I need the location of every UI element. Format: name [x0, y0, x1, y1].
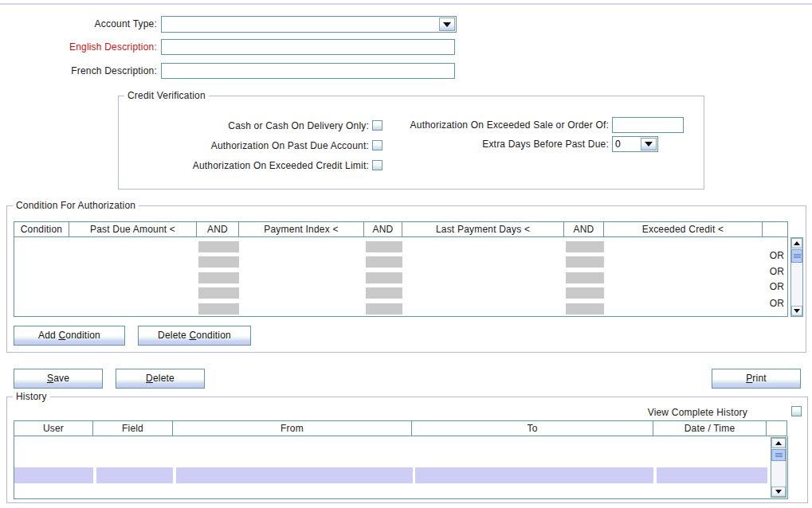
- or-label: OR: [763, 281, 790, 292]
- scrollbar-thumb[interactable]: [771, 449, 786, 461]
- and-cell: [566, 272, 604, 283]
- and-cell: [366, 287, 402, 299]
- col-header-scroll-spacer: [767, 420, 787, 436]
- extra-days-dropdown-button[interactable]: [641, 138, 657, 150]
- chevron-down-icon: [645, 142, 653, 147]
- col-header-field: Field: [93, 420, 173, 436]
- exceeded-sale-input[interactable]: [613, 118, 683, 132]
- scroll-down-button[interactable]: [791, 306, 802, 316]
- english-description-input[interactable]: [162, 40, 454, 54]
- account-type-label: Account Type:: [0, 18, 157, 29]
- chevron-down-icon: [443, 22, 451, 27]
- col-header-and-2: AND: [364, 221, 402, 237]
- french-description-input[interactable]: [162, 64, 454, 78]
- and-cell: [198, 303, 239, 315]
- col-header-from: From: [173, 420, 412, 436]
- credit-limit-checkbox[interactable]: [372, 160, 382, 170]
- col-header-to: To: [412, 420, 653, 436]
- condition-table-body[interactable]: OR OR OR OR: [14, 237, 788, 317]
- credit-limit-label: Authorization On Exceeded Credit Limit:: [130, 160, 369, 171]
- col-header-and-1: AND: [197, 221, 239, 237]
- condition-table-scrollbar[interactable]: [790, 237, 803, 317]
- selected-cell-field: [96, 467, 173, 483]
- exceeded-sale-field[interactable]: [612, 117, 684, 133]
- col-header-condition: Condition: [14, 221, 69, 237]
- and-cell: [566, 256, 604, 268]
- credit-verification-title: Credit Verification: [124, 90, 209, 102]
- and-cell: [198, 256, 239, 268]
- scrollbar-thumb[interactable]: [791, 249, 802, 263]
- scroll-down-button[interactable]: [771, 487, 786, 497]
- and-cell: [366, 272, 402, 283]
- col-header-date-time: Date / Time: [653, 420, 767, 436]
- french-description-label: French Description:: [0, 65, 157, 76]
- view-complete-history-label: View Complete History: [606, 407, 747, 418]
- account-type-dropdown-button[interactable]: [439, 18, 455, 31]
- view-complete-history-checkbox[interactable]: [791, 406, 802, 416]
- history-title: History: [13, 391, 50, 403]
- condition-authorization-title: Condition For Authorization: [13, 200, 139, 212]
- and-cell: [566, 241, 604, 252]
- history-table-header: User Field From To Date / Time: [14, 420, 787, 436]
- and-cell: [366, 256, 402, 268]
- past-due-label: Authorization On Past Due Account:: [130, 140, 369, 151]
- scroll-up-button[interactable]: [771, 438, 786, 448]
- extra-days-label: Extra Days Before Past Due:: [370, 139, 609, 150]
- and-cell: [566, 287, 604, 299]
- account-type-combobox[interactable]: [161, 16, 457, 33]
- col-header-user: User: [14, 420, 93, 436]
- or-label: OR: [763, 298, 790, 309]
- col-header-last-payment-days: Last Payment Days <: [402, 221, 564, 237]
- and-cell: [198, 287, 239, 299]
- col-header-past-due-amount: Past Due Amount <: [69, 221, 197, 237]
- credit-account-form: Account Type: English Description: Frenc…: [0, 0, 812, 508]
- and-cell: [366, 241, 402, 252]
- and-cell: [198, 241, 239, 252]
- col-header-or-spacer: [763, 221, 788, 237]
- english-description-field[interactable]: [161, 39, 455, 55]
- or-label: OR: [763, 250, 790, 261]
- scroll-down-icon: [775, 490, 782, 494]
- print-button[interactable]: Print: [712, 369, 801, 389]
- and-cell: [198, 272, 239, 283]
- delete-condition-button[interactable]: Delete Condition: [138, 326, 251, 346]
- history-table-scrollbar[interactable]: [771, 437, 787, 498]
- and-cell: [566, 303, 604, 315]
- scroll-up-icon: [794, 241, 800, 245]
- exceeded-sale-label: Authorization On Exceeded Sale or Order …: [370, 119, 609, 131]
- col-header-exceeded-credit: Exceeded Credit <: [604, 221, 763, 237]
- scroll-down-icon: [794, 309, 800, 313]
- add-condition-button[interactable]: Add Condition: [14, 326, 125, 346]
- history-table-body[interactable]: [14, 436, 788, 499]
- top-divider: [0, 3, 812, 5]
- delete-button[interactable]: Delete: [116, 369, 205, 389]
- french-description-field[interactable]: [161, 63, 455, 79]
- save-button[interactable]: Save: [14, 369, 103, 389]
- account-type-input[interactable]: [162, 17, 456, 32]
- selected-cell-user: [14, 467, 93, 483]
- selected-cell-to: [415, 467, 653, 483]
- selected-cell-from: [176, 467, 413, 483]
- or-label: OR: [763, 266, 790, 277]
- cash-only-label: Cash or Cash On Delivery Only:: [130, 120, 369, 131]
- col-header-and-3: AND: [564, 221, 604, 237]
- scroll-up-button[interactable]: [791, 238, 802, 248]
- and-cell: [366, 303, 402, 315]
- selected-cell-date-time: [657, 467, 767, 483]
- english-description-label: English Description:: [0, 41, 157, 53]
- scroll-up-icon: [775, 441, 782, 445]
- condition-table-header: Condition Past Due Amount < AND Payment …: [14, 221, 788, 237]
- extra-days-combobox[interactable]: [612, 136, 658, 152]
- col-header-payment-index: Payment Index <: [239, 221, 364, 237]
